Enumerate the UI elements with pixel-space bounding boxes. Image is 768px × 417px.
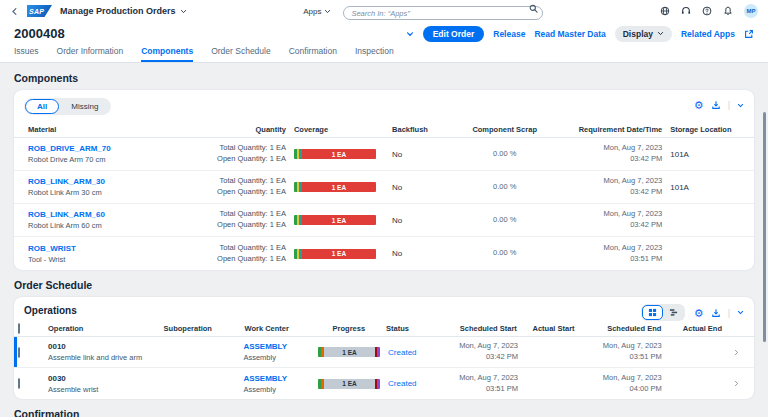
chevron-down-icon xyxy=(657,30,664,37)
operations-toolbar: ⚙ | xyxy=(641,304,744,321)
sap-logo: SAP xyxy=(27,5,52,17)
chevron-right-icon[interactable] xyxy=(726,378,748,389)
coverage-label: 1 EA xyxy=(302,182,376,192)
app-title-menu[interactable]: Manage Production Orders xyxy=(60,6,187,16)
search-input[interactable] xyxy=(343,6,543,20)
col-material: Material xyxy=(24,125,192,134)
chevron-right-icon[interactable] xyxy=(726,347,748,358)
actual-start-value xyxy=(522,350,579,354)
table-view-icon[interactable] xyxy=(642,305,663,320)
tab-components[interactable]: Components xyxy=(141,46,193,62)
help-icon[interactable] xyxy=(702,6,712,16)
settings-gear-icon[interactable]: ⚙ xyxy=(694,100,704,110)
operation-id: 0010 xyxy=(48,342,155,351)
headset-icon[interactable] xyxy=(681,6,691,16)
share-icon[interactable] xyxy=(744,29,754,39)
work-center-link[interactable]: ASSEMBLY xyxy=(243,342,310,351)
material-desc: Tool - Wrist xyxy=(28,255,188,264)
release-button[interactable]: Release xyxy=(493,29,525,39)
status-link[interactable]: Created xyxy=(384,377,436,390)
coverage-label: 1 EA xyxy=(302,215,376,225)
filter-missing-button[interactable]: Missing xyxy=(59,99,110,114)
material-desc: Robot Link Arm 60 cm xyxy=(28,221,188,230)
actual-end-value xyxy=(666,350,726,354)
requirement-date: Mon, Aug 7, 2023 xyxy=(556,143,663,154)
col-work-center: Work Center xyxy=(241,322,316,335)
avatar[interactable]: MP xyxy=(744,4,758,18)
gantt-view-icon[interactable] xyxy=(663,305,684,320)
display-menu-button[interactable]: Display xyxy=(615,26,672,42)
requirement-date: Mon, Aug 7, 2023 xyxy=(556,209,663,220)
shell-header: SAP Manage Production Orders Apps xyxy=(0,0,768,22)
scheduled-start-time: 03:51 PM xyxy=(440,384,518,395)
table-row[interactable]: 0030 Assemble wrist ASSEMBLY Assembly 1 … xyxy=(14,368,754,399)
view-switch xyxy=(641,304,685,321)
component-scrap-value: 0.00 % xyxy=(458,145,552,164)
filter-all-button[interactable]: All xyxy=(25,99,59,114)
chevron-down-icon xyxy=(180,8,187,15)
search-icon[interactable] xyxy=(529,4,538,13)
work-center-link[interactable]: ASSEMBLY xyxy=(243,374,310,383)
bell-icon[interactable] xyxy=(723,6,733,16)
requirement-time: 03:42 PM xyxy=(556,187,663,198)
edit-order-button[interactable]: Edit Order xyxy=(423,26,485,42)
table-row[interactable]: ROB_DRIVE_ARM_70 Robot Drive Arm 70 cm T… xyxy=(14,138,754,171)
material-link[interactable]: ROB_WRIST xyxy=(28,244,188,253)
page-scrollbar[interactable] xyxy=(763,112,766,342)
status-link[interactable]: Created xyxy=(384,346,436,359)
row-checkbox[interactable] xyxy=(18,347,20,358)
table-row[interactable]: ROB_LINK_ARM_60 Robot Link Arm 60 cm Tot… xyxy=(14,204,754,237)
scheduled-end-time: 03:51 PM xyxy=(583,352,661,363)
shell-right: MP xyxy=(660,4,758,18)
search-scope-dropdown[interactable]: Apps xyxy=(303,7,331,16)
components-section-title: Components xyxy=(14,72,754,84)
export-icon[interactable] xyxy=(711,100,721,110)
suboperation-value xyxy=(159,382,239,386)
col-operation: Operation xyxy=(44,322,160,335)
backflush-value: No xyxy=(388,179,458,196)
menu-chevron-icon[interactable] xyxy=(737,309,744,316)
confirmation-section-title: Confirmation xyxy=(14,408,754,417)
coverage-label: 1 EA xyxy=(302,249,376,259)
col-quantity: Quantity xyxy=(192,125,290,134)
menu-chevron-icon[interactable] xyxy=(737,102,744,109)
header-collapse-chevron-icon[interactable] xyxy=(406,30,414,38)
globe-icon[interactable] xyxy=(660,6,670,16)
table-row[interactable]: 0010 Assemble link and drive arm ASSEMBL… xyxy=(14,337,754,368)
tab-order-information[interactable]: Order Information xyxy=(57,46,124,62)
back-icon[interactable] xyxy=(10,7,19,16)
material-link[interactable]: ROB_LINK_ARM_60 xyxy=(28,210,188,219)
requirement-time: 03:42 PM xyxy=(556,154,663,165)
table-row[interactable]: ROB_LINK_ARM_30 Robot Link Arm 30 cm Tot… xyxy=(14,171,754,204)
coverage-bar: 1 EA xyxy=(294,249,376,259)
read-master-data-button[interactable]: Read Master Data xyxy=(534,29,605,39)
col-actual-start: Actual Start xyxy=(521,322,579,335)
table-row[interactable]: ROB_WRIST Tool - Wrist Total Quantity: 1… xyxy=(14,237,754,270)
app-title-label: Manage Production Orders xyxy=(60,6,176,16)
work-center-desc: Assembly xyxy=(243,353,310,362)
tab-inspection[interactable]: Inspection xyxy=(355,46,394,62)
related-apps-button[interactable]: Related Apps xyxy=(681,29,735,39)
export-icon[interactable] xyxy=(711,308,721,318)
col-status: Status xyxy=(382,322,434,335)
coverage-bar: 1 EA xyxy=(294,215,376,225)
tab-order-schedule[interactable]: Order Schedule xyxy=(211,46,271,62)
tab-issues[interactable]: Issues xyxy=(14,46,39,62)
progress-bar: 1 EA xyxy=(318,347,380,357)
components-card: All Missing ⚙ | Material Quantity Covera… xyxy=(14,90,754,270)
material-link[interactable]: ROB_LINK_ARM_30 xyxy=(28,177,188,186)
total-quantity: Total Quantity: 1 EA xyxy=(196,176,286,187)
material-link[interactable]: ROB_DRIVE_ARM_70 xyxy=(28,144,188,153)
scheduled-start-date: Mon, Aug 7, 2023 xyxy=(440,341,518,352)
col-progress: Progress xyxy=(316,322,382,335)
component-scrap-value: 0.00 % xyxy=(458,244,552,263)
row-checkbox[interactable] xyxy=(18,378,20,389)
order-schedule-section-title: Order Schedule xyxy=(14,279,754,291)
total-quantity: Total Quantity: 1 EA xyxy=(196,243,286,254)
select-all-checkbox[interactable] xyxy=(18,323,20,334)
tab-confirmation[interactable]: Confirmation xyxy=(289,46,337,62)
page-title: 2000408 xyxy=(14,26,65,41)
open-quantity: Open Quantity: 1 EA xyxy=(196,187,286,198)
settings-gear-icon[interactable]: ⚙ xyxy=(694,308,704,318)
progress-bar: 1 EA xyxy=(318,379,380,389)
